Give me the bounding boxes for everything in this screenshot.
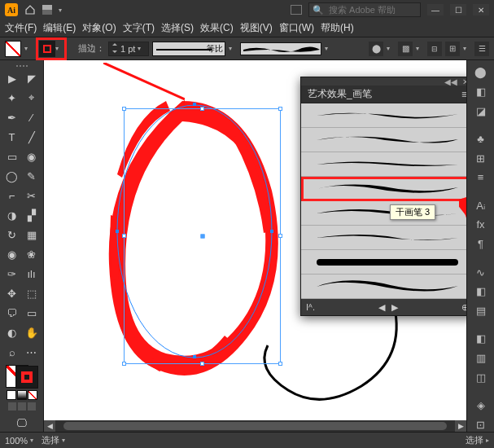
eraser-tool[interactable]: ✎ (23, 167, 41, 185)
brush-libraries-icon[interactable]: Iᴬ. (306, 302, 315, 313)
dock-symbols-icon[interactable]: ≡ (472, 170, 490, 185)
mesh-tool[interactable]: ◉ (3, 245, 21, 263)
brushes-panel[interactable]: ◀◀ ✕ 艺术效果_画笔 ≡ Iᴬ. ◀ ▶ (300, 77, 466, 316)
dock-brushes-icon[interactable]: ⊞ (472, 151, 490, 165)
menu-effect[interactable]: 效果(C) (200, 21, 234, 35)
status-tool[interactable]: 选择 ▾ (42, 434, 65, 446)
dock-colorguide-icon[interactable]: ◪ (472, 103, 490, 118)
dock-gradient-icon[interactable]: ◧ (472, 284, 490, 299)
drawing-mode-inside[interactable] (28, 402, 36, 411)
dock-assetexport-icon[interactable]: ▥ (472, 351, 490, 366)
brush-row[interactable] (301, 103, 466, 128)
brush-next-icon[interactable]: ▶ (391, 302, 398, 313)
zoom-dropdown-icon[interactable]: ▾ (30, 437, 33, 444)
stroke-color-icon[interactable] (15, 366, 38, 389)
stroke-dropdown-icon[interactable]: ▾ (55, 45, 63, 52)
blend-tool[interactable]: ılı (23, 265, 41, 283)
shaper-tool[interactable]: ◯ (3, 167, 21, 185)
brush-row-selected[interactable] (301, 177, 466, 201)
lasso-tool[interactable]: ⌖ (23, 89, 41, 107)
zoom-tool-2[interactable]: ⌕ (3, 343, 21, 361)
selection-bounding-box[interactable] (124, 108, 281, 364)
style-dropdown-icon[interactable]: ▾ (416, 45, 424, 52)
brush-list[interactable] (301, 103, 466, 299)
stroke-weight-dropdown-icon[interactable]: ▾ (138, 45, 146, 52)
stroke-weight-value[interactable]: 1 pt (120, 44, 135, 54)
status-tool-right[interactable]: 选择 ▸ (466, 434, 489, 446)
brush-row[interactable] (301, 128, 466, 152)
dock-libraries-icon[interactable]: Aᵢ (472, 198, 490, 213)
recolor-icon[interactable]: ⊞ (445, 42, 460, 56)
window-close-button[interactable]: ✕ (473, 4, 489, 15)
brush-row[interactable] (301, 226, 466, 250)
toolbox-grip-icon[interactable] (10, 65, 34, 67)
scroll-left-icon[interactable]: ◀ (44, 420, 55, 432)
bbox-handle-s[interactable] (200, 362, 204, 366)
stroke-weight-field[interactable]: 1 pt ▾ (108, 42, 149, 56)
magic-wand-tool[interactable]: ✦ (3, 89, 21, 107)
brush-def-dropdown-icon[interactable]: ▾ (325, 45, 333, 52)
menu-edit[interactable]: 编辑(E) (43, 21, 76, 35)
stroke-profile-dropdown-icon[interactable]: ▾ (229, 45, 237, 52)
slice-tool[interactable]: ▭ (23, 304, 41, 322)
more-tools[interactable]: ⋯ (23, 343, 41, 361)
arrange-documents-icon[interactable] (42, 5, 52, 15)
shape-builder-tool[interactable]: ↻ (3, 226, 21, 244)
symbol-sprayer-tool[interactable]: ✥ (3, 284, 21, 302)
align-dropdown-icon[interactable]: ▾ (463, 45, 471, 52)
bbox-handle-n[interactable] (200, 107, 204, 111)
scroll-thumb[interactable] (63, 422, 447, 430)
color-mode-none[interactable] (28, 390, 37, 400)
free-transform-tool[interactable]: ▞ (23, 206, 41, 224)
opacity-icon[interactable]: ⬤ (369, 42, 383, 56)
brush-definition-preview[interactable] (240, 42, 321, 55)
width-tool[interactable]: ◑ (3, 206, 21, 224)
scroll-right-icon[interactable]: ▶ (455, 420, 466, 432)
dock-align-icon[interactable]: ⊡ (472, 417, 490, 432)
arrange-dropdown-icon[interactable]: ▾ (59, 7, 67, 14)
window-maximize-button[interactable]: ☐ (450, 4, 466, 15)
align-icon[interactable]: ⊟ (427, 42, 442, 56)
canvas-horizontal-scrollbar[interactable]: ◀ ▶ (44, 420, 466, 432)
scale-tool[interactable]: ✂ (23, 187, 41, 204)
status-tool-dropdown-icon[interactable]: ▾ (62, 437, 65, 444)
help-search-input[interactable] (327, 4, 417, 15)
menu-file[interactable]: 文件(F) (5, 21, 37, 35)
menu-object[interactable]: 对象(O) (82, 21, 116, 35)
screen-mode-button[interactable]: 🖵 (13, 414, 31, 432)
dock-stroke-icon[interactable]: ∿ (472, 265, 490, 279)
menu-view[interactable]: 视图(V) (240, 21, 273, 35)
menu-window[interactable]: 窗口(W) (279, 21, 314, 35)
color-mode-solid[interactable] (7, 390, 16, 400)
bbox-handle-ne[interactable] (278, 107, 282, 111)
rotate-tool[interactable]: ⌐ (3, 187, 21, 204)
fill-stroke-indicator[interactable] (6, 365, 38, 389)
stroke-swatch[interactable] (39, 41, 55, 57)
dock-color-icon[interactable]: ◧ (472, 85, 490, 99)
dock-transparency-icon[interactable]: ▤ (472, 303, 490, 318)
bbox-handle-w[interactable] (122, 234, 126, 238)
gradient-tool[interactable]: ❀ (23, 245, 41, 263)
paintbrush-tool[interactable]: ◉ (23, 147, 41, 165)
bbox-handle-nw[interactable] (122, 107, 126, 111)
color-mode-gradient[interactable] (17, 390, 27, 400)
eyedropper-tool[interactable]: ✑ (3, 265, 21, 283)
panel-collapse-icon[interactable]: ◀◀ (444, 77, 457, 86)
perspective-grid-tool[interactable]: ▦ (23, 226, 41, 244)
stroke-profile[interactable]: 等比 (152, 42, 225, 56)
brush-row[interactable] (301, 152, 466, 177)
opacity-dropdown-icon[interactable]: ▾ (387, 45, 395, 52)
stroke-weight-scrubber-icon[interactable] (111, 43, 118, 55)
window-minimize-button[interactable]: ― (427, 4, 444, 15)
hand-tool[interactable]: ◐ (3, 323, 21, 341)
bbox-handle-e[interactable] (278, 234, 282, 238)
type-tool[interactable]: T (3, 128, 21, 146)
curvature-tool[interactable]: ⁄ (23, 108, 41, 126)
fill-swatch[interactable] (5, 41, 21, 57)
drawing-mode-behind[interactable] (18, 402, 26, 411)
dock-cc-libraries-icon[interactable]: ◈ (472, 398, 490, 413)
style-icon[interactable]: ▩ (398, 42, 413, 56)
line-segment-tool[interactable]: ╱ (23, 128, 41, 146)
canvas-area[interactable]: ◀◀ ✕ 艺术效果_画笔 ≡ Iᴬ. ◀ ▶ (44, 60, 466, 432)
dock-graphicstyles-icon[interactable]: ¶ (472, 237, 490, 252)
